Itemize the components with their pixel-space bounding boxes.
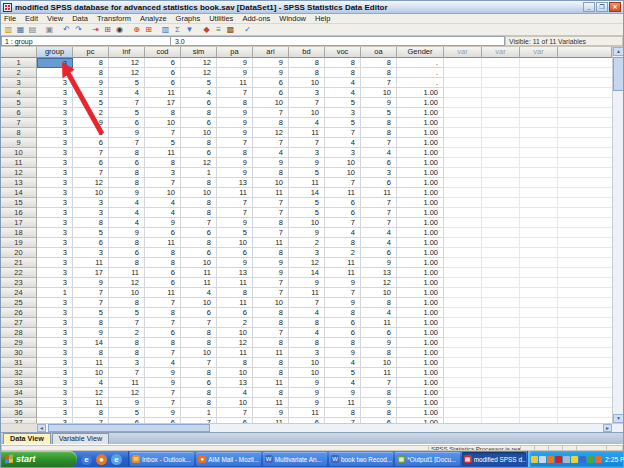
taskbar-button[interactable]: Wbook two Recod... (329, 452, 393, 466)
cell[interactable]: 7 (253, 228, 289, 238)
cell-empty[interactable] (444, 198, 482, 208)
cell[interactable]: 3 (325, 108, 361, 118)
cell[interactable]: 10 (109, 288, 145, 298)
cell-empty[interactable] (444, 348, 482, 358)
cell[interactable]: 8 (325, 68, 361, 78)
cell-empty[interactable] (520, 388, 558, 398)
cell[interactable]: 3 (37, 408, 73, 418)
tray-icon[interactable] (595, 456, 602, 463)
cell[interactable]: 8 (253, 358, 289, 368)
cell[interactable]: 3 (37, 68, 73, 78)
row-header[interactable]: 28 (1, 328, 37, 338)
cell[interactable]: 7 (109, 98, 145, 108)
cell[interactable]: 10 (361, 88, 397, 98)
cell-empty[interactable] (520, 318, 558, 328)
cell-empty[interactable] (444, 218, 482, 228)
cell[interactable]: 10 (289, 78, 325, 88)
cell-empty[interactable] (444, 318, 482, 328)
cell[interactable]: 1 (181, 168, 217, 178)
row-header[interactable]: 31 (1, 358, 37, 368)
cell[interactable]: 1.00 (397, 318, 444, 328)
tray-icon[interactable] (555, 456, 562, 463)
cell[interactable]: 1.00 (397, 288, 444, 298)
cell[interactable]: 6 (325, 198, 361, 208)
cell[interactable]: 8 (145, 158, 181, 168)
cell-empty[interactable] (482, 358, 520, 368)
find-icon[interactable]: ◉ (114, 25, 125, 35)
cell[interactable]: 7 (361, 78, 397, 88)
row-header[interactable]: 36 (1, 408, 37, 418)
tray-icon[interactable] (579, 456, 586, 463)
cell[interactable]: 7 (325, 128, 361, 138)
menu-item-file[interactable]: File (4, 14, 16, 23)
cell[interactable]: 3 (289, 148, 325, 158)
cell[interactable]: 8 (181, 238, 217, 248)
row-header[interactable]: 33 (1, 378, 37, 388)
cell[interactable]: 9 (145, 378, 181, 388)
print-icon[interactable]: ▤ (27, 25, 38, 35)
cell[interactable]: 8 (145, 338, 181, 348)
cell-empty[interactable] (444, 178, 482, 188)
cell[interactable]: 6 (145, 418, 181, 423)
cell-empty[interactable] (520, 378, 558, 388)
cell[interactable]: 12 (181, 158, 217, 168)
tray-icon[interactable] (587, 456, 594, 463)
cell[interactable]: 11 (181, 268, 217, 278)
cell[interactable]: 8 (109, 238, 145, 248)
cell[interactable]: 8 (325, 308, 361, 318)
row-header[interactable]: 21 (1, 258, 37, 268)
menu-item-data[interactable]: Data (72, 14, 88, 23)
cell[interactable]: 3 (37, 88, 73, 98)
cell[interactable]: 10 (73, 188, 109, 198)
cell[interactable]: 8 (217, 288, 253, 298)
cell[interactable]: 5 (361, 108, 397, 118)
column-header-voc[interactable]: voc (325, 47, 361, 58)
cell-empty[interactable] (444, 158, 482, 168)
use-sets-icon[interactable]: ≡ (213, 25, 224, 35)
cell[interactable]: 4 (73, 378, 109, 388)
cell[interactable]: 11 (145, 238, 181, 248)
row-header[interactable]: 15 (1, 198, 37, 208)
cell[interactable]: 8 (325, 238, 361, 248)
cell[interactable]: 9 (325, 348, 361, 358)
cell[interactable]: 3 (361, 168, 397, 178)
cell[interactable]: 8 (361, 388, 397, 398)
cell-empty[interactable] (520, 288, 558, 298)
cell[interactable]: 7 (361, 198, 397, 208)
cell-empty[interactable] (482, 178, 520, 188)
cell[interactable]: 7 (325, 288, 361, 298)
cell[interactable]: 6 (181, 228, 217, 238)
cell[interactable]: 11 (217, 188, 253, 198)
cell[interactable]: 4 (361, 238, 397, 248)
cell[interactable]: 8 (109, 298, 145, 308)
row-header[interactable]: 18 (1, 228, 37, 238)
cell[interactable]: 7 (73, 418, 109, 423)
cell[interactable]: 6 (145, 78, 181, 88)
cell[interactable]: 6 (109, 118, 145, 128)
cell[interactable]: 5 (73, 128, 109, 138)
undo-icon[interactable]: ↶ (61, 25, 72, 35)
cell-empty[interactable] (482, 118, 520, 128)
cell[interactable]: 8 (325, 338, 361, 348)
menu-item-window[interactable]: Window (279, 14, 306, 23)
cell[interactable]: 3 (37, 268, 73, 278)
cell-empty[interactable] (520, 258, 558, 268)
cell[interactable]: 1.00 (397, 348, 444, 358)
cell-empty[interactable] (520, 418, 558, 423)
column-header-sim[interactable]: sim (181, 47, 217, 58)
row-header[interactable]: 6 (1, 108, 37, 118)
cell[interactable]: 10 (181, 188, 217, 198)
cell[interactable]: 7 (217, 408, 253, 418)
row-header[interactable]: 12 (1, 168, 37, 178)
quicklaunch-firefox-icon[interactable]: ● (96, 454, 107, 465)
cell-empty[interactable] (520, 118, 558, 128)
cell[interactable]: 8 (361, 68, 397, 78)
cell-empty[interactable] (520, 138, 558, 148)
cell[interactable]: 6 (73, 238, 109, 248)
cell[interactable]: 11 (289, 408, 325, 418)
cell[interactable]: 8 (361, 408, 397, 418)
cell-empty[interactable] (444, 238, 482, 248)
cell[interactable]: 7 (217, 208, 253, 218)
cell[interactable]: 9 (325, 298, 361, 308)
cell[interactable]: 3 (73, 248, 109, 258)
